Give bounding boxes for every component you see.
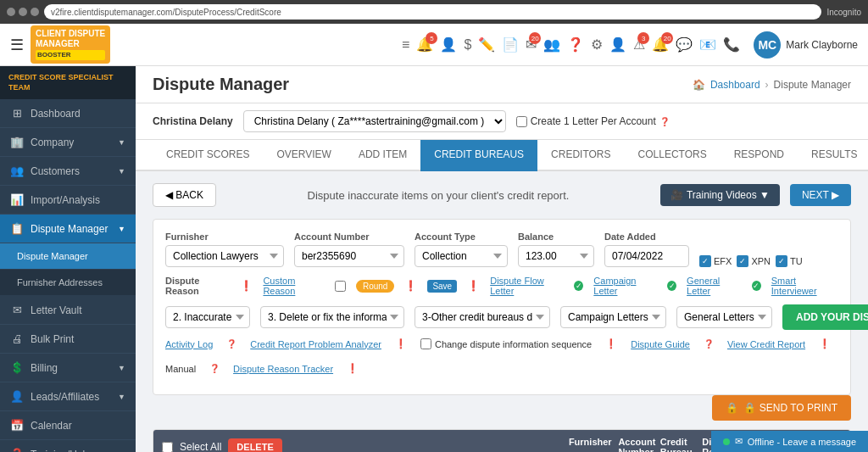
smart-interviewer-link[interactable]: Smart Interviewer bbox=[771, 276, 838, 296]
create-letter-checkbox[interactable] bbox=[516, 116, 527, 127]
sidebar-item-furnisher[interactable]: Furnisher Addresses bbox=[0, 270, 136, 296]
campaign-letter-link[interactable]: Campaign Letter bbox=[593, 276, 657, 296]
form-row-2: Dispute Reason ❗ Custom Reason Round ❗ S… bbox=[165, 276, 838, 296]
balance-select[interactable]: 123.00 bbox=[518, 245, 594, 267]
tab-collectors[interactable]: COLLECTORS bbox=[625, 140, 721, 171]
credit-report-star: ❗ bbox=[819, 338, 831, 349]
user-area: MC Mark Clayborne bbox=[754, 31, 858, 59]
customers-arrow-icon: ▼ bbox=[118, 167, 125, 176]
activity-log-link[interactable]: Activity Log bbox=[165, 339, 213, 349]
dispute-arrow-icon: ▼ bbox=[118, 225, 125, 233]
tab-respond[interactable]: RESPOND bbox=[721, 140, 798, 171]
delete-button[interactable]: DELETE bbox=[228, 438, 281, 452]
browser-btn-forward[interactable] bbox=[19, 8, 27, 16]
efx-check: ✓ EFX bbox=[699, 255, 732, 267]
tu-check: ✓ TU bbox=[776, 255, 803, 267]
bell-icon[interactable]: 🔔5 bbox=[416, 36, 433, 53]
account-number-select[interactable]: ber2355690 bbox=[294, 245, 404, 267]
furnisher-select[interactable]: Collection Lawyers bbox=[165, 245, 284, 267]
mail2-icon[interactable]: 📧 bbox=[699, 36, 716, 53]
customers-icon: 👥 bbox=[10, 165, 24, 177]
credit-report-analyzer-link[interactable]: Credit Report Problem Analyzer bbox=[250, 339, 381, 349]
email-icon[interactable]: ✉20 bbox=[526, 36, 537, 53]
tab-add-item[interactable]: ADD ITEM bbox=[345, 140, 420, 171]
menu-toggle-icon[interactable]: ☰ bbox=[10, 36, 24, 54]
dispute-guide-link[interactable]: Dispute Guide bbox=[631, 339, 690, 349]
client-select[interactable]: Christina Delany ( Za****astertraining@g… bbox=[243, 110, 506, 132]
sidebar-item-dispute-parent[interactable]: 📋 Dispute Manager ▼ bbox=[0, 215, 136, 243]
warning-icon[interactable]: ⚠3 bbox=[633, 36, 645, 53]
manual-help-icon: ❓ bbox=[209, 364, 220, 373]
efx-checkbox[interactable]: ✓ bbox=[699, 255, 711, 267]
campaign-letters-select[interactable]: Campaign Letters bbox=[560, 306, 666, 328]
sidebar-item-dashboard[interactable]: ⊞ Dashboard bbox=[0, 99, 136, 128]
tab-overview[interactable]: OVERVIEW bbox=[263, 140, 344, 171]
tab-credit-bureaus[interactable]: CREDIT BUREAUS bbox=[420, 140, 537, 171]
dispute-reason-tracker-link[interactable]: Dispute Reason Tracker bbox=[233, 364, 333, 374]
sidebar-item-dispute-manager[interactable]: Dispute Manager bbox=[0, 243, 136, 270]
sidebar-item-billing[interactable]: 💲 Billing ▼ bbox=[0, 354, 136, 382]
general-letters-select[interactable]: General Letters bbox=[676, 306, 772, 328]
other-bureaus-select[interactable]: 3-Other credit bureaus deleted bbox=[415, 306, 550, 328]
links-row: Activity Log ❓ Credit Report Problem Ana… bbox=[165, 338, 838, 374]
training-videos-button[interactable]: 🎥 Training Videos ▼ bbox=[660, 184, 780, 206]
users-icon[interactable]: 👤 bbox=[609, 36, 626, 53]
change-dispute-label: Change dispute information sequence bbox=[420, 338, 592, 349]
round-button[interactable]: Round bbox=[356, 280, 394, 293]
change-dispute-checkbox[interactable] bbox=[420, 338, 431, 349]
view-credit-report-link[interactable]: View Credit Report bbox=[727, 339, 805, 349]
browser-btn-back[interactable] bbox=[7, 8, 15, 16]
sidebar: CREDIT SCORE SPECIALIST TEAM ⊞ Dashboard… bbox=[0, 66, 136, 452]
sidebar-item-calendar[interactable]: 📅 Calendar bbox=[0, 411, 136, 440]
sidebar-item-company[interactable]: 🏢 Company ▼ bbox=[0, 128, 136, 157]
app-header: ☰ CLIENT DISPUTE MANAGER BOOSTER ≡ 🔔5 👤 … bbox=[0, 24, 868, 66]
tab-credit-scores[interactable]: CREDIT SCORES bbox=[153, 140, 263, 171]
custom-reason-checkbox[interactable] bbox=[335, 281, 346, 292]
general-letter-link[interactable]: General Letter bbox=[687, 276, 742, 296]
help-circle-icon[interactable]: ❓ bbox=[567, 36, 584, 53]
next-button[interactable]: NEXT ▶ bbox=[790, 184, 851, 206]
pencil-icon[interactable]: ✏️ bbox=[478, 36, 495, 53]
gear-icon[interactable]: ⚙ bbox=[591, 36, 603, 53]
sidebar-item-training[interactable]: ❓ Training/Help ▼ bbox=[0, 440, 136, 452]
browser-btn-refresh[interactable] bbox=[31, 8, 39, 16]
breadcrumb-dashboard[interactable]: Dashboard bbox=[710, 79, 760, 91]
main-content: Dispute Manager 🏠 Dashboard › Dispute Ma… bbox=[136, 66, 868, 452]
dispute-guide-help-icon: ❓ bbox=[704, 339, 714, 349]
account-type-select[interactable]: Collection bbox=[415, 245, 508, 267]
save-button[interactable]: Save bbox=[427, 280, 457, 293]
sidebar-item-letter-vault[interactable]: ✉ Letter Vault bbox=[0, 296, 136, 325]
leads-arrow-icon: ▼ bbox=[118, 393, 125, 401]
chat-icon[interactable]: 💬 bbox=[676, 36, 693, 53]
tab-creditors[interactable]: CREDITORS bbox=[537, 140, 624, 171]
sidebar-item-leads[interactable]: 👤 Leads/Affiliates ▼ bbox=[0, 382, 136, 411]
add-dispute-button[interactable]: ADD YOUR DISPUTE bbox=[782, 304, 868, 330]
back-button[interactable]: ◀ BACK bbox=[153, 183, 216, 207]
breadcrumb-current: Dispute Manager bbox=[774, 79, 851, 91]
chat-bubble[interactable]: ✉ Offline - Leave a message bbox=[711, 431, 868, 452]
file-icon[interactable]: 📄 bbox=[502, 36, 519, 53]
date-added-input[interactable] bbox=[604, 245, 689, 267]
tu-checkbox[interactable]: ✓ bbox=[776, 255, 787, 267]
group-icon[interactable]: 👥 bbox=[543, 36, 560, 53]
people-icon[interactable]: 👤 bbox=[440, 36, 457, 53]
select-all-checkbox[interactable] bbox=[162, 442, 173, 453]
dispute-flow-link[interactable]: Dispute Flow Letter bbox=[490, 276, 564, 296]
dollar-icon[interactable]: $ bbox=[464, 37, 471, 53]
dispute-reason-select[interactable]: 2. Inaccurate bbox=[165, 306, 250, 328]
sidebar-item-import[interactable]: 📊 Import/Analysis bbox=[0, 186, 136, 215]
change-dispute-star: ❗ bbox=[605, 338, 617, 349]
custom-reason-link[interactable]: Custom Reason bbox=[263, 276, 325, 296]
delete-fix-select[interactable]: 3. Delete or fix the information c bbox=[260, 306, 404, 328]
sidebar-item-bulk-print[interactable]: 🖨 Bulk Print bbox=[0, 325, 136, 354]
browser-url-bar[interactable]: v2fire.clientdisputemanager.com/DisputeP… bbox=[44, 4, 821, 20]
client-row: Christina Delany Christina Delany ( Za**… bbox=[136, 103, 868, 140]
send-to-print-button[interactable]: 🔒 🔒 SEND TO PRINT bbox=[712, 395, 851, 421]
sidebar-item-customers[interactable]: 👥 Customers ▼ bbox=[0, 157, 136, 186]
tab-results[interactable]: RESULTS bbox=[798, 140, 868, 171]
xpn-checkbox[interactable]: ✓ bbox=[737, 255, 748, 267]
list-icon[interactable]: ≡ bbox=[402, 37, 409, 53]
notification-icon[interactable]: 🔔20 bbox=[652, 36, 669, 53]
th-account-number: Account Number bbox=[618, 437, 656, 452]
phone-icon[interactable]: 📞 bbox=[723, 36, 740, 53]
